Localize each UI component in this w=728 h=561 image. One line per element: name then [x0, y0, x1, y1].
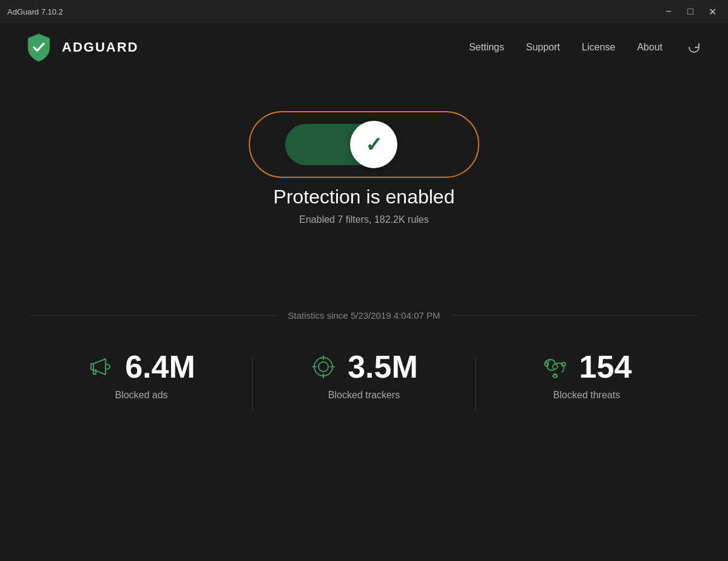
checkmark-icon: ✓ — [365, 132, 382, 157]
svg-point-9 — [553, 374, 557, 378]
blocked-trackers-number: 3.5M — [348, 351, 418, 382]
nav-about[interactable]: About — [637, 42, 662, 53]
protection-status-detail: Enabled 7 filters, 182.2K rules — [299, 214, 428, 225]
stats-area: 6.4M Blocked ads 3.5M Blocked trackers — [30, 351, 698, 412]
logo-text: ADGUARD — [62, 39, 138, 55]
main-content: ✓ Protection is enabled Enabled 7 filter… — [0, 72, 728, 412]
stat-blocked-threats: 154 Blocked threats — [476, 351, 698, 401]
svg-point-6 — [553, 364, 558, 369]
svg-point-1 — [318, 362, 328, 372]
blocked-threats-number: 154 — [579, 351, 632, 382]
stat-blocked-trackers: 3.5M Blocked trackers — [253, 351, 475, 401]
toggle-track: ✓ — [285, 124, 394, 165]
tracker-icon — [310, 353, 337, 380]
app-title: AdGuard 7.10.2 — [7, 7, 63, 16]
minimize-button[interactable]: − — [660, 3, 677, 20]
close-button[interactable]: ✕ — [704, 3, 721, 20]
header: ADGUARD Settings Support License About — [0, 23, 728, 72]
blocked-ads-number: 6.4M — [125, 351, 195, 382]
window-controls: − □ ✕ — [660, 3, 721, 20]
stat-blocked-ads: 6.4M Blocked ads — [30, 351, 252, 401]
stats-since-label: Statistics since 5/23/2019 4:04:07 PM — [276, 310, 453, 321]
nav-settings[interactable]: Settings — [469, 42, 504, 53]
blocked-threats-label: Blocked threats — [553, 390, 620, 401]
svg-point-8 — [562, 362, 565, 366]
toggle-container: ✓ — [285, 120, 443, 169]
nav-license[interactable]: License — [582, 42, 615, 53]
logo-area: ADGUARD — [24, 33, 138, 62]
title-bar: AdGuard 7.10.2 − □ ✕ — [0, 0, 728, 23]
blocked-trackers-label: Blocked trackers — [328, 390, 400, 401]
adguard-logo-icon — [24, 33, 53, 62]
stat-blocked-trackers-top: 3.5M — [310, 351, 418, 382]
nav-area: Settings Support License About — [469, 38, 704, 57]
svg-point-0 — [314, 358, 332, 376]
protection-status-title: Protection is enabled — [274, 186, 455, 208]
nav-support[interactable]: Support — [526, 42, 560, 53]
stat-blocked-threats-top: 154 — [542, 351, 632, 382]
megaphone-icon — [87, 353, 114, 380]
toggle-thumb: ✓ — [350, 121, 397, 168]
biohazard-icon — [542, 353, 568, 380]
maximize-button[interactable]: □ — [682, 3, 699, 20]
stat-blocked-ads-top: 6.4M — [87, 351, 195, 382]
blocked-ads-label: Blocked ads — [115, 390, 167, 401]
divider-left — [30, 315, 276, 316]
refresh-icon — [687, 40, 701, 55]
divider-right — [453, 315, 698, 316]
protection-toggle[interactable]: ✓ — [285, 120, 443, 169]
refresh-button[interactable] — [684, 38, 704, 57]
stats-divider-row: Statistics since 5/23/2019 4:04:07 PM — [30, 310, 698, 321]
